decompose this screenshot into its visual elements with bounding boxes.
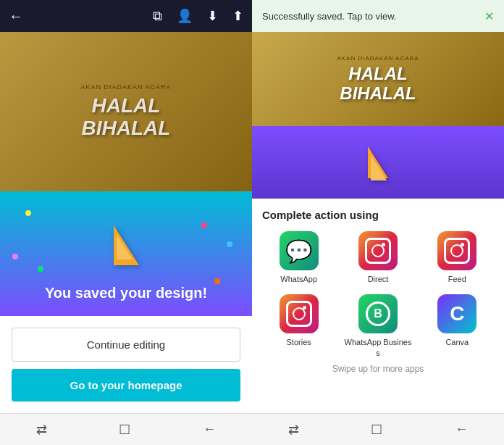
swipe-hint: Swipe up for more apps bbox=[262, 358, 494, 378]
complete-action-section: Complete action using 💬 WhatsApp Direct bbox=[252, 199, 504, 413]
feed-label: Feed bbox=[448, 274, 466, 284]
right-design-top: AKAN DIADAKAN ACARA HALALBIHALAL bbox=[252, 32, 504, 126]
canva-label: Canva bbox=[445, 337, 469, 347]
stories-insta-inner bbox=[286, 301, 312, 327]
back-btn-icon[interactable]: ← bbox=[203, 422, 216, 437]
users-icon[interactable]: 👤 bbox=[177, 8, 193, 24]
feed-icon bbox=[437, 231, 476, 270]
go-homepage-button[interactable]: Go to your homepage bbox=[12, 369, 240, 402]
party-popper-icon bbox=[114, 225, 139, 265]
left-bottom-bar: ⇄ ☐ ← bbox=[0, 413, 252, 445]
saved-notification[interactable]: Successfully saved. Tap to view. ✕ bbox=[252, 0, 504, 32]
right-home-nav-icon[interactable]: ☐ bbox=[371, 422, 382, 438]
feed-insta-inner bbox=[444, 238, 470, 264]
whatsapp-symbol: 💬 bbox=[285, 238, 312, 264]
app-grid: 💬 WhatsApp Direct Feed bbox=[262, 231, 494, 358]
design-preview: AKAN DIADAKAN ACARA HALALBIHALAL bbox=[0, 32, 252, 191]
duplicate-icon[interactable]: ⧉ bbox=[153, 9, 162, 24]
right-back-nav-icon[interactable]: ⇄ bbox=[288, 422, 299, 438]
party-popper-wrapper bbox=[14, 206, 238, 285]
right-panel: Successfully saved. Tap to view. ✕ AKAN … bbox=[252, 0, 504, 445]
whatsapp-business-app-item[interactable]: B WhatsApp Business bbox=[341, 294, 414, 358]
stories-app-item[interactable]: Stories bbox=[262, 294, 335, 358]
canva-symbol: C bbox=[450, 302, 464, 325]
whatsapp-business-icon: B bbox=[358, 294, 398, 333]
left-panel: ← ⧉ 👤 ⬇ ⬆ AKAN DIADAKAN ACARA HALALBIHAL… bbox=[0, 0, 252, 445]
whatsapp-icon: 💬 bbox=[280, 231, 319, 270]
back-nav-icon[interactable]: ⇄ bbox=[36, 422, 47, 438]
stories-label: Stories bbox=[287, 337, 311, 347]
celebration-section: You saved your design! bbox=[0, 191, 252, 316]
buttons-section: Continue editing Go to your homepage bbox=[0, 316, 252, 413]
left-top-bar: ← ⧉ 👤 ⬇ ⬆ bbox=[0, 0, 252, 32]
top-icons: ⧉ 👤 ⬇ ⬆ bbox=[153, 8, 243, 24]
whatsapp-label: WhatsApp bbox=[280, 274, 317, 284]
right-back-btn-icon[interactable]: ← bbox=[455, 422, 468, 437]
continue-editing-button[interactable]: Continue editing bbox=[12, 328, 240, 362]
share-icon[interactable]: ⬆ bbox=[232, 8, 243, 24]
notification-text: Successfully saved. Tap to view. bbox=[262, 11, 396, 22]
direct-icon bbox=[358, 231, 398, 270]
direct-insta-inner bbox=[365, 238, 391, 264]
direct-label: Direct bbox=[368, 274, 389, 284]
complete-action-title: Complete action using bbox=[262, 209, 494, 221]
whatsapp-app-item[interactable]: 💬 WhatsApp bbox=[262, 231, 335, 284]
whatsapp-business-label: WhatsApp Business bbox=[345, 337, 412, 358]
home-nav-icon[interactable]: ☐ bbox=[119, 422, 130, 438]
right-design-title: HALALBIHALAL bbox=[340, 65, 416, 103]
canva-icon: C bbox=[437, 294, 476, 333]
right-party-icon bbox=[368, 146, 388, 178]
wb-symbol: B bbox=[366, 301, 390, 326]
right-design-bottom bbox=[252, 126, 504, 199]
direct-app-item[interactable]: Direct bbox=[341, 231, 414, 284]
stories-icon bbox=[280, 294, 319, 333]
right-design-preview: AKAN DIADAKAN ACARA HALALBIHALAL bbox=[252, 32, 504, 199]
back-icon[interactable]: ← bbox=[9, 8, 23, 25]
right-design-subtitle: AKAN DIADAKAN ACARA bbox=[337, 55, 419, 62]
feed-app-item[interactable]: Feed bbox=[421, 231, 494, 284]
canva-app-item[interactable]: C Canva bbox=[421, 294, 494, 358]
saved-text: You saved your design! bbox=[45, 285, 207, 301]
right-bottom-bar: ⇄ ☐ ← bbox=[252, 413, 504, 445]
download-icon[interactable]: ⬇ bbox=[207, 8, 218, 24]
close-notification-icon[interactable]: ✕ bbox=[484, 9, 494, 23]
